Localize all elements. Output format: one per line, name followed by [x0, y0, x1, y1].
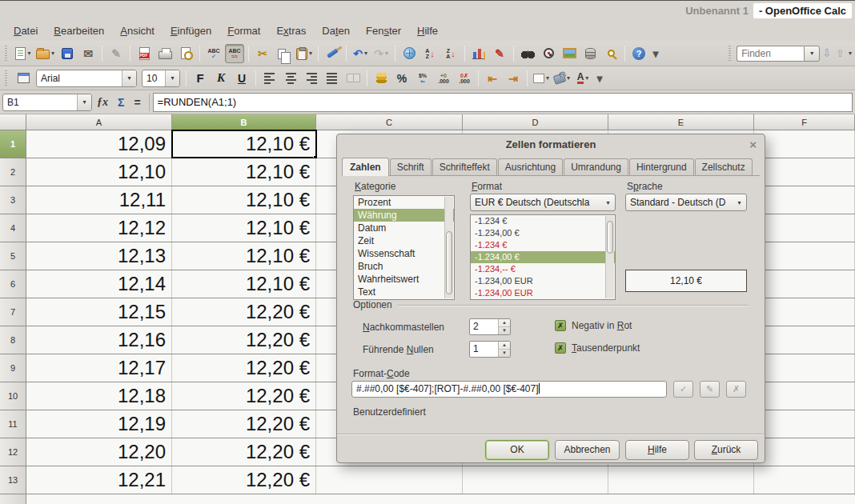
- insert-chart-button[interactable]: [469, 44, 488, 63]
- row-header-5[interactable]: 5: [0, 242, 26, 270]
- gallery-button[interactable]: [560, 44, 579, 63]
- edit-file-button[interactable]: ✎: [106, 44, 126, 63]
- negative-red-checkbox[interactable]: ✗ Negativ in Rot: [555, 320, 632, 331]
- menu-datei[interactable]: Datei: [6, 22, 45, 39]
- help-button[interactable]: Hilfe: [625, 440, 689, 460]
- hyperlink-button[interactable]: [399, 44, 419, 63]
- category-item-prozent[interactable]: Prozent: [354, 196, 454, 209]
- borders-button[interactable]: ▾: [532, 69, 551, 88]
- language-dropdown[interactable]: Standard - Deutsch (D ▾: [625, 194, 747, 211]
- merge-cells-button[interactable]: [343, 69, 363, 88]
- format-item-6[interactable]: -1.234,00 EUR: [471, 287, 615, 299]
- dialog-close-icon[interactable]: ×: [749, 138, 757, 152]
- column-header-B[interactable]: B: [172, 114, 316, 130]
- chevron-down-icon[interactable]: ▾: [601, 199, 615, 206]
- menu-extras[interactable]: Extras: [269, 22, 313, 39]
- step-up-icon[interactable]: ▲: [499, 342, 510, 350]
- print-button[interactable]: [155, 44, 175, 63]
- formula-input[interactable]: [153, 93, 853, 112]
- checkbox-checked-icon[interactable]: ✗: [555, 320, 566, 331]
- decimal-places-stepper[interactable]: 2 ▲▼: [469, 318, 511, 335]
- cell-F8[interactable]: [754, 326, 855, 354]
- select-all-corner[interactable]: [0, 114, 26, 130]
- toolbar-overflow-button[interactable]: ▾: [594, 69, 605, 88]
- background-color-dropdown[interactable]: ▾: [567, 74, 570, 82]
- checkbox-checked-icon[interactable]: ✗: [555, 342, 566, 354]
- stepper-buttons[interactable]: ▲▼: [498, 319, 510, 334]
- cut-button[interactable]: ✂: [253, 44, 272, 63]
- cell-A9[interactable]: 12,17: [26, 354, 172, 382]
- row-header-3[interactable]: 3: [0, 186, 26, 214]
- currency-dropdown[interactable]: EUR € Deutsch (Deutschla ▾: [470, 194, 616, 211]
- cell-F6[interactable]: [754, 270, 855, 298]
- cell-A4[interactable]: 12,12: [26, 214, 172, 242]
- cell-F10[interactable]: [754, 382, 855, 410]
- menu-fenster[interactable]: Fenster: [359, 22, 408, 39]
- cell-A13[interactable]: 12,21: [26, 466, 172, 494]
- align-right-button[interactable]: [302, 69, 321, 88]
- font-name-combo-value[interactable]: Arial: [37, 70, 122, 86]
- cell-A12[interactable]: 12,20: [26, 438, 172, 466]
- currency-format-button[interactable]: [371, 69, 391, 88]
- row-header-10[interactable]: 10: [0, 382, 26, 410]
- tab-schrifteffekt[interactable]: Schrifteffekt: [432, 158, 497, 175]
- underline-button[interactable]: U: [232, 69, 251, 88]
- stepper-buttons[interactable]: ▲▼: [498, 342, 510, 357]
- toolbar-grip[interactable]: [4, 70, 10, 86]
- borders-dropdown[interactable]: ▾: [546, 74, 549, 82]
- tab-ausrichtung[interactable]: Ausrichtung: [498, 158, 563, 175]
- background-color-button[interactable]: ▾: [552, 69, 572, 88]
- cell-A7[interactable]: 12,15: [26, 298, 172, 326]
- column-header-D[interactable]: D: [463, 114, 608, 130]
- menu-bearbeiten[interactable]: Bearbeiten: [46, 22, 111, 39]
- cell-F7[interactable]: [754, 298, 855, 326]
- save-button[interactable]: [58, 44, 77, 63]
- export-pdf-button[interactable]: [134, 44, 154, 63]
- styles-button[interactable]: [14, 69, 33, 88]
- tab-zahlen[interactable]: Zahlen: [342, 158, 389, 176]
- cell-F5[interactable]: [754, 242, 855, 270]
- decrease-indent-button[interactable]: ⇤: [483, 69, 502, 88]
- menu-ansicht[interactable]: Ansicht: [113, 22, 162, 39]
- toolbar-grip[interactable]: [728, 46, 733, 62]
- open-dropdown[interactable]: ▾: [51, 50, 54, 57]
- redo-dropdown[interactable]: ▾: [385, 50, 388, 57]
- chevron-down-icon[interactable]: ▾: [122, 70, 136, 86]
- step-down-icon[interactable]: ▼: [499, 327, 510, 334]
- cell-F4[interactable]: [754, 214, 855, 242]
- italic-button[interactable]: K: [211, 69, 231, 88]
- tab-umrandung[interactable]: Umrandung: [564, 158, 628, 175]
- decimal-places-value[interactable]: 2: [470, 319, 498, 334]
- toolbar-grip[interactable]: [4, 46, 10, 62]
- row-header-1[interactable]: 1: [0, 130, 26, 158]
- standard-format-button[interactable]: $%⇐: [413, 69, 432, 88]
- row-header-2[interactable]: 2: [0, 158, 26, 186]
- sort-ascending-button[interactable]: AZ↓: [420, 44, 440, 63]
- format-paintbrush-button[interactable]: [323, 44, 342, 63]
- row-header-11[interactable]: 11: [0, 410, 26, 438]
- category-item-währung[interactable]: Währung: [354, 209, 454, 222]
- format-item-2[interactable]: -1.234 €: [471, 239, 615, 251]
- format-item-3[interactable]: -1.234,00 €: [471, 251, 615, 263]
- find-next-button[interactable]: ⇩: [822, 47, 831, 59]
- cell-B9[interactable]: 12,20 €: [172, 354, 316, 382]
- cell-A8[interactable]: 12,16: [26, 326, 172, 354]
- cell-A2[interactable]: 12,10: [26, 158, 172, 186]
- row-header-4[interactable]: 4: [0, 214, 26, 242]
- cell-B3[interactable]: 12,10 €: [172, 186, 316, 214]
- cancel-button[interactable]: Abbrechen: [555, 440, 620, 460]
- function-wizard-icon[interactable]: ƒx: [97, 96, 108, 109]
- cell-F11[interactable]: [754, 410, 855, 438]
- name-box-dropdown[interactable]: ▾: [77, 94, 91, 110]
- cell-A3[interactable]: 12,11: [26, 186, 172, 214]
- new-document-dropdown[interactable]: ▾: [27, 50, 30, 57]
- edit-comment-button[interactable]: ✎: [700, 381, 720, 398]
- cell-D13[interactable]: [463, 466, 608, 494]
- redo-button[interactable]: ↷▾: [371, 44, 391, 63]
- find-dropdown-button[interactable]: ▾: [804, 46, 820, 62]
- equals-icon[interactable]: =: [134, 96, 140, 109]
- tab-zellschutz[interactable]: Zellschutz: [695, 158, 753, 175]
- ok-button[interactable]: OK: [485, 440, 549, 460]
- bold-button[interactable]: F: [191, 69, 210, 88]
- category-item-text[interactable]: Text: [354, 286, 454, 298]
